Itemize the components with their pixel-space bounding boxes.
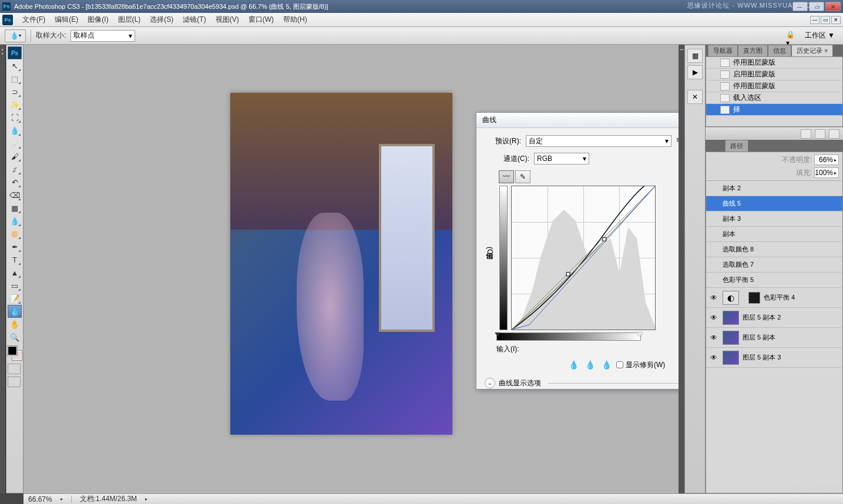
layer-item[interactable]: 👁◐色彩平衡 4 <box>706 288 842 308</box>
layer-item[interactable]: 副本 3 <box>706 211 842 227</box>
adjustment-thumbnail[interactable]: ◐ <box>723 291 739 305</box>
layer-name[interactable]: 选取颜色 8 <box>723 245 840 254</box>
layer-item[interactable]: 选取颜色 8 <box>706 242 842 257</box>
layer-item[interactable]: 副本 2 <box>706 181 842 196</box>
visibility-toggle[interactable]: 👁 <box>708 294 719 302</box>
pen-tool[interactable]: ✒ <box>8 240 22 253</box>
menu-window[interactable]: 窗口(W) <box>244 14 278 26</box>
tools-collapse-handle[interactable] <box>0 45 6 493</box>
layer-item[interactable]: 色彩平衡 5 <box>706 273 842 288</box>
layer-name[interactable]: 图层 5 副本 <box>743 333 840 342</box>
menu-select[interactable]: 选择(S) <box>145 14 178 26</box>
navigator-icon[interactable]: ▦ <box>687 49 703 63</box>
menu-help[interactable]: 帮助(H) <box>278 14 312 26</box>
lasso-tool[interactable]: ⊃ <box>8 85 22 98</box>
menu-filter[interactable]: 滤镜(T) <box>178 14 210 26</box>
color-sampler-tool[interactable]: 💧 <box>8 305 22 318</box>
layer-item[interactable]: 副本 <box>706 227 842 242</box>
input-gradient[interactable] <box>496 332 641 341</box>
curve-pencil-mode-button[interactable]: ✎ <box>515 170 530 183</box>
eraser-tool[interactable]: ⌫ <box>8 189 22 201</box>
curves-graph[interactable] <box>511 186 656 330</box>
color-icon[interactable]: ▶ <box>687 65 703 79</box>
eyedropper-tool[interactable]: 💧 <box>8 124 22 137</box>
marquee-tool[interactable]: ⬚ <box>8 72 22 85</box>
sample-size-dropdown[interactable]: 取样点 ▾ <box>70 30 135 42</box>
menu-layer[interactable]: 图层(L) <box>113 14 146 26</box>
layer-name[interactable]: 副本 3 <box>723 214 840 223</box>
curve-point-mode-button[interactable]: 〰 <box>499 170 514 183</box>
layer-name[interactable]: 选取颜色 7 <box>723 260 840 269</box>
delete-state-icon[interactable] <box>829 129 839 139</box>
path-selection-tool[interactable]: ▲ <box>8 266 22 279</box>
layer-name[interactable]: 副本 2 <box>723 184 840 193</box>
history-brush-tool[interactable]: ↶ <box>8 176 22 189</box>
document-canvas[interactable] <box>230 93 452 435</box>
layer-mask-thumbnail[interactable] <box>748 292 760 304</box>
histogram-tab[interactable]: 直方图 <box>738 45 768 56</box>
doc-minimize-button[interactable]: — <box>810 16 820 24</box>
brush-tool[interactable]: 🖌 <box>8 150 22 163</box>
notes-tool[interactable]: 📝 <box>8 292 22 305</box>
layer-name[interactable]: 图层 5 副本 3 <box>743 353 840 362</box>
visibility-toggle[interactable]: 👁 <box>708 334 719 342</box>
create-document-icon[interactable] <box>801 129 811 139</box>
shape-tool[interactable]: ▭ <box>8 279 22 292</box>
doc-info-chevron-icon[interactable]: ▸ <box>145 496 147 502</box>
layer-thumbnail[interactable] <box>723 311 739 325</box>
quick-mask-button[interactable] <box>8 364 21 374</box>
doc-restore-button[interactable]: ▭ <box>821 16 830 24</box>
paths-tab[interactable]: 路径 <box>725 140 748 152</box>
layer-item[interactable]: 👁图层 5 副本 <box>706 328 842 348</box>
crop-tool[interactable]: ⛶ <box>8 111 22 124</box>
black-point-slider[interactable] <box>495 332 501 337</box>
visibility-toggle[interactable]: 👁 <box>708 354 719 362</box>
blur-tool[interactable]: 💧 <box>8 214 22 227</box>
dodge-tool[interactable]: 🔅 <box>8 227 22 240</box>
create-snapshot-icon[interactable] <box>815 129 825 139</box>
menu-view[interactable]: 视图(V) <box>211 14 244 26</box>
foreground-color-swatch[interactable] <box>8 346 17 355</box>
tools-preset-icon[interactable]: ✕ <box>687 90 703 104</box>
expand-display-options[interactable]: ⌄ <box>485 378 495 388</box>
zoom-level[interactable]: 66.67% <box>28 495 52 503</box>
layer-item[interactable]: 👁图层 5 副本 2 <box>706 308 842 328</box>
history-item[interactable]: 择 <box>706 104 842 116</box>
doc-close-button[interactable]: ✕ <box>831 16 841 24</box>
history-tab[interactable]: 历史记录 × <box>791 45 833 56</box>
history-item[interactable]: 停用图层蒙版 <box>706 57 842 69</box>
screen-mode-button[interactable] <box>8 377 21 387</box>
layer-thumbnail[interactable] <box>723 331 739 345</box>
layer-name[interactable]: 图层 5 副本 2 <box>743 313 840 322</box>
zoom-tool[interactable]: 🔍 <box>8 331 22 344</box>
show-clipping-checkbox[interactable] <box>616 361 623 368</box>
white-point-slider[interactable] <box>637 332 643 337</box>
layer-item[interactable]: 曲线 5 <box>706 196 842 211</box>
layer-name[interactable]: 曲线 5 <box>723 199 840 208</box>
visibility-toggle[interactable]: 👁 <box>708 314 719 322</box>
move-tool[interactable]: ↖ <box>8 59 22 72</box>
layer-thumbnail[interactable] <box>723 351 739 365</box>
black-eyedropper[interactable]: 💧 <box>567 359 580 371</box>
history-item[interactable]: 载入选区 <box>706 92 842 104</box>
tool-preset-picker[interactable]: 💧▾ <box>5 29 26 42</box>
zoom-chevron-icon[interactable]: ▸ <box>61 496 63 502</box>
layer-name[interactable]: 色彩平衡 5 <box>723 275 840 284</box>
menu-image[interactable]: 图像(I) <box>83 14 113 26</box>
navigator-tab[interactable]: 导航器 <box>708 45 738 56</box>
info-tab[interactable]: 信息 <box>768 45 791 56</box>
menu-edit[interactable]: 编辑(E) <box>50 14 83 26</box>
layer-name[interactable]: 色彩平衡 4 <box>764 293 840 302</box>
ps-logo-tool[interactable]: Ps <box>8 46 22 59</box>
lock-icon[interactable]: 🔒▾ <box>786 31 798 41</box>
opacity-input[interactable]: 66%▸ <box>814 154 839 165</box>
channel-dropdown[interactable]: RGB ▾ <box>534 153 589 164</box>
gray-eyedropper[interactable]: 💧 <box>583 359 596 371</box>
close-button[interactable]: ✕ <box>825 2 841 11</box>
fill-input[interactable]: 100%▸ <box>814 167 839 178</box>
history-item[interactable]: 停用图层蒙版 <box>706 80 842 92</box>
preset-dropdown[interactable]: 自定 ▾ <box>526 135 671 147</box>
dock-collapse-handle[interactable] <box>679 45 684 493</box>
hand-tool[interactable]: ✋ <box>8 318 22 331</box>
workspace-switcher[interactable]: 工作区 ▼ <box>801 29 838 42</box>
